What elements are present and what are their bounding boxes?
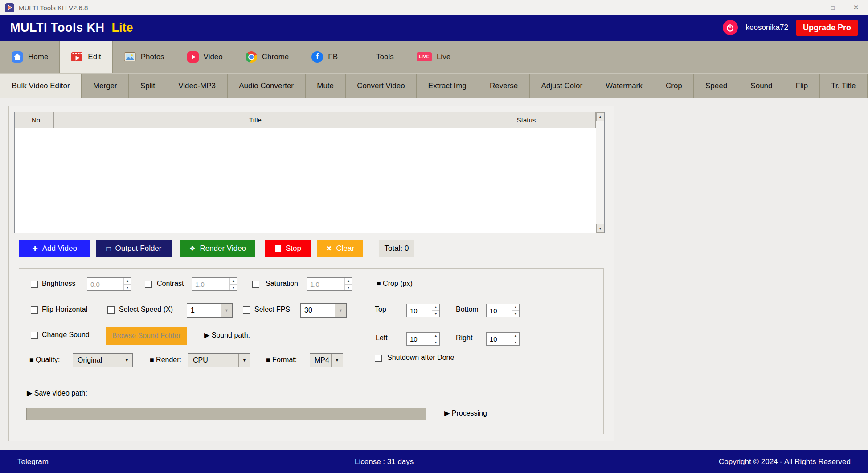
subtab-crop[interactable]: Crop bbox=[654, 74, 694, 98]
shutdown-label: Shutdown after Done bbox=[387, 354, 454, 362]
subtab-split[interactable]: Split bbox=[129, 74, 167, 98]
subtab-extract-img[interactable]: Extract Img bbox=[417, 74, 478, 98]
stop-button[interactable]: Stop bbox=[265, 240, 311, 257]
crop-bottom-label: Bottom bbox=[456, 306, 479, 314]
brightness-spinner[interactable]: 0.0 bbox=[87, 277, 131, 291]
stop-icon bbox=[275, 245, 281, 252]
column-status[interactable]: Status bbox=[457, 112, 596, 128]
tab-tools[interactable]: Tools bbox=[349, 41, 405, 73]
select-value: Original bbox=[73, 356, 121, 364]
render-label: ■ Render: bbox=[150, 356, 181, 364]
scroll-up-icon[interactable] bbox=[596, 112, 604, 121]
vertical-scrollbar[interactable] bbox=[596, 112, 604, 233]
spinner-value: 10 bbox=[407, 333, 432, 345]
spinner-down-icon[interactable] bbox=[230, 284, 237, 291]
app-window: MULTI Tools KH V2.6.8 — □ ✕ MULTI Tools … bbox=[0, 0, 868, 473]
render-icon: ❖ bbox=[189, 245, 195, 253]
spinner-up-icon[interactable] bbox=[432, 304, 439, 310]
spinner-down-icon[interactable] bbox=[432, 310, 439, 317]
select-value: 1 bbox=[187, 304, 221, 317]
subtab-reverse[interactable]: Reverse bbox=[478, 74, 530, 98]
render-video-button[interactable]: ❖ Render Video bbox=[180, 240, 255, 257]
folder-icon: □ bbox=[106, 245, 111, 253]
tab-home[interactable]: Home bbox=[0, 41, 60, 73]
telegram-link[interactable]: Telegram bbox=[17, 457, 49, 466]
scroll-down-icon[interactable] bbox=[596, 224, 604, 233]
subtab-bulk-video-editor[interactable]: Bulk Video Editor bbox=[0, 74, 82, 98]
contrast-checkbox[interactable] bbox=[145, 281, 152, 288]
spinner-up-icon[interactable] bbox=[512, 304, 519, 310]
tab-live[interactable]: LIVE Live bbox=[405, 41, 462, 73]
select-speed-checkbox[interactable] bbox=[107, 306, 115, 314]
app-logo-icon bbox=[5, 3, 14, 12]
change-sound-label: Change Sound bbox=[42, 331, 90, 339]
window-title: MULTI Tools KH V2.6.8 bbox=[19, 4, 88, 12]
add-video-button[interactable]: ✚ Add Video bbox=[19, 240, 90, 257]
crop-bottom-spinner[interactable]: 10 bbox=[486, 304, 520, 317]
spinner-up-icon[interactable] bbox=[345, 278, 352, 284]
spinner-down-icon[interactable] bbox=[345, 284, 352, 291]
live-icon: LIVE bbox=[417, 52, 432, 61]
close-button[interactable]: ✕ bbox=[844, 0, 868, 15]
fps-select[interactable]: 30 bbox=[300, 303, 347, 318]
subtab-tr-title[interactable]: Tr. Title bbox=[820, 74, 868, 98]
dropdown-arrow-icon[interactable] bbox=[221, 304, 232, 317]
spinner-up-icon[interactable] bbox=[230, 278, 237, 284]
output-folder-button[interactable]: □ Output Folder bbox=[96, 240, 172, 257]
clear-button[interactable]: ✖ Clear bbox=[317, 240, 363, 257]
tab-photos[interactable]: Photos bbox=[113, 41, 176, 73]
subtab-video-mp3[interactable]: Video-MP3 bbox=[167, 74, 228, 98]
subtab-merger[interactable]: Merger bbox=[82, 74, 129, 98]
settings-groupbox: Brightness 0.0 Contrast 1.0 Saturation 1… bbox=[19, 268, 604, 434]
saturation-spinner[interactable]: 1.0 bbox=[307, 277, 352, 291]
select-fps-checkbox[interactable] bbox=[243, 306, 250, 314]
subtab-flip[interactable]: Flip bbox=[784, 74, 820, 98]
column-title[interactable]: Title bbox=[54, 112, 457, 128]
subtab-convert-video[interactable]: Convert Video bbox=[346, 74, 417, 98]
render-select[interactable]: CPU bbox=[188, 353, 250, 367]
tab-chrome[interactable]: Chrome bbox=[234, 41, 300, 73]
maximize-button[interactable]: □ bbox=[821, 0, 844, 15]
spinner-up-icon[interactable] bbox=[124, 278, 131, 284]
power-icon[interactable] bbox=[723, 20, 738, 35]
tab-fb[interactable]: f FB bbox=[300, 41, 349, 73]
crop-left-spinner[interactable]: 10 bbox=[406, 332, 440, 346]
tab-edit[interactable]: Edit bbox=[60, 41, 112, 73]
tab-video[interactable]: Video bbox=[176, 41, 234, 73]
speed-select[interactable]: 1 bbox=[187, 303, 233, 318]
video-icon bbox=[187, 51, 199, 63]
subtab-audio-converter[interactable]: Audio Converter bbox=[228, 74, 306, 98]
spinner-value: 10 bbox=[487, 333, 512, 345]
subtab-speed[interactable]: Speed bbox=[694, 74, 739, 98]
saturation-checkbox[interactable] bbox=[252, 281, 259, 288]
crop-top-spinner[interactable]: 10 bbox=[406, 304, 440, 317]
contrast-label: Contrast bbox=[157, 280, 184, 288]
quality-select[interactable]: Original bbox=[73, 353, 133, 367]
format-select[interactable]: MP4 bbox=[310, 353, 343, 367]
minimize-button[interactable]: — bbox=[798, 0, 821, 15]
spinner-down-icon[interactable] bbox=[432, 339, 439, 346]
subtab-adjust-color[interactable]: Adjust Color bbox=[530, 74, 594, 98]
video-list[interactable]: No Title Status bbox=[14, 112, 605, 233]
subtab-mute[interactable]: Mute bbox=[306, 74, 346, 98]
username-label: keosonika72 bbox=[746, 23, 788, 32]
spinner-down-icon[interactable] bbox=[512, 310, 519, 317]
column-no[interactable]: No bbox=[18, 112, 54, 128]
dropdown-arrow-icon[interactable] bbox=[335, 304, 346, 317]
spinner-up-icon[interactable] bbox=[512, 333, 519, 339]
spinner-up-icon[interactable] bbox=[432, 333, 439, 339]
browse-sound-folder-button[interactable]: Browse Sound Folder bbox=[106, 327, 187, 345]
brightness-checkbox[interactable] bbox=[31, 281, 38, 288]
spinner-down-icon[interactable] bbox=[512, 339, 519, 346]
x-icon: ✖ bbox=[326, 245, 332, 253]
flip-horizontal-checkbox[interactable] bbox=[31, 306, 38, 314]
shutdown-checkbox[interactable] bbox=[375, 355, 382, 362]
subtab-watermark[interactable]: Watermark bbox=[594, 74, 655, 98]
change-sound-checkbox[interactable] bbox=[31, 332, 38, 339]
crop-right-spinner[interactable]: 10 bbox=[486, 332, 520, 346]
subtab-sound[interactable]: Sound bbox=[739, 74, 784, 98]
spinner-down-icon[interactable] bbox=[124, 284, 131, 291]
processing-label: ▶ Processing bbox=[444, 409, 487, 417]
upgrade-pro-button[interactable]: Upgrade Pro bbox=[796, 20, 858, 36]
contrast-spinner[interactable]: 1.0 bbox=[192, 277, 237, 291]
